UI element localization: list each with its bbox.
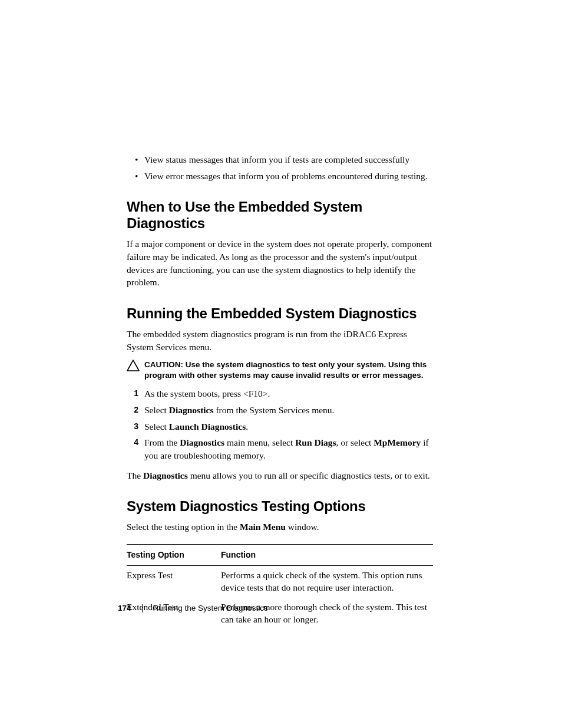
bullet-text: View error messages that inform you of p…: [144, 170, 433, 183]
bullet-icon: •: [127, 170, 144, 183]
section-para: The Diagnostics menu allows you to run a…: [127, 469, 433, 482]
page-content: • View status messages that inform you i…: [127, 153, 433, 630]
table-row: Extended Test Performs a more thorough c…: [127, 598, 433, 630]
list-item: • View error messages that inform you of…: [127, 170, 433, 183]
step-text: Select Diagnostics from the System Servi…: [144, 404, 433, 417]
numbered-steps: 1 As the system boots, press <F10>. 2 Se…: [127, 387, 433, 462]
caution-body: Use the system diagnostics to test only …: [144, 360, 427, 380]
th-function: Function: [221, 549, 433, 561]
caution-triangle-icon: [127, 360, 144, 371]
footer-divider-icon: [142, 604, 143, 612]
page-number: 174: [118, 604, 131, 612]
th-option: Testing Option: [127, 549, 221, 561]
step-item: 4 From the Diagnostics main menu, select…: [127, 436, 433, 462]
page-footer: 174 Running the System Diagnostics: [118, 604, 268, 612]
td-option: Express Test: [127, 569, 221, 594]
step-number: 3: [127, 420, 144, 433]
caution-block: CAUTION: Use the system diagnostics to t…: [127, 360, 433, 382]
section-heading-when: When to Use the Embedded System Diagnost…: [127, 199, 433, 232]
section-heading-running: Running the Embedded System Diagnostics: [127, 305, 433, 322]
testing-options-table: Testing Option Function Express Test Per…: [127, 544, 433, 630]
table-row: Express Test Performs a quick check of t…: [127, 566, 433, 598]
section-para: Select the testing option in the Main Me…: [127, 521, 433, 533]
step-item: 2 Select Diagnostics from the System Ser…: [127, 404, 433, 417]
step-number: 2: [127, 404, 144, 417]
caution-text: CAUTION: Use the system diagnostics to t…: [144, 360, 433, 382]
footer-title: Running the System Diagnostics: [153, 604, 268, 612]
bullet-icon: •: [127, 153, 144, 166]
bullet-text: View status messages that inform you if …: [144, 153, 433, 166]
td-function: Performs a quick check of the system. Th…: [221, 569, 433, 594]
step-item: 3 Select Launch Diagnostics.: [127, 420, 433, 433]
section-heading-options: System Diagnostics Testing Options: [127, 498, 433, 515]
list-item: • View status messages that inform you i…: [127, 153, 433, 166]
step-item: 1 As the system boots, press <F10>.: [127, 387, 433, 400]
step-text: As the system boots, press <F10>.: [144, 387, 433, 400]
step-text: From the Diagnostics main menu, select R…: [144, 436, 433, 462]
step-text: Select Launch Diagnostics.: [144, 420, 433, 433]
step-number: 1: [127, 387, 144, 400]
intro-bullet-list: • View status messages that inform you i…: [127, 153, 433, 182]
caution-label: CAUTION:: [144, 360, 186, 369]
table-header-row: Testing Option Function: [127, 545, 433, 566]
section-para: If a major component or device in the sy…: [127, 238, 433, 289]
step-number: 4: [127, 436, 144, 462]
section-para: The embedded system diagnostics program …: [127, 328, 433, 353]
